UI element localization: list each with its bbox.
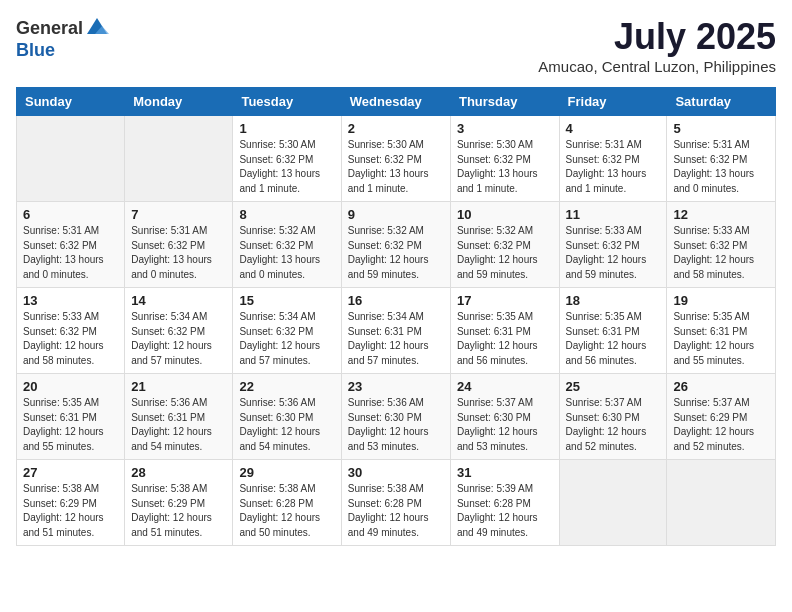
day-number: 1 [239,121,334,136]
day-info: Sunrise: 5:31 AM Sunset: 6:32 PM Dayligh… [23,224,118,282]
day-number: 13 [23,293,118,308]
day-info: Sunrise: 5:30 AM Sunset: 6:32 PM Dayligh… [239,138,334,196]
day-info: Sunrise: 5:35 AM Sunset: 6:31 PM Dayligh… [566,310,661,368]
calendar-cell: 28Sunrise: 5:38 AM Sunset: 6:29 PM Dayli… [125,460,233,546]
day-number: 19 [673,293,769,308]
calendar-cell: 3Sunrise: 5:30 AM Sunset: 6:32 PM Daylig… [450,116,559,202]
day-info: Sunrise: 5:31 AM Sunset: 6:32 PM Dayligh… [673,138,769,196]
day-number: 4 [566,121,661,136]
day-info: Sunrise: 5:31 AM Sunset: 6:32 PM Dayligh… [566,138,661,196]
day-number: 31 [457,465,553,480]
day-info: Sunrise: 5:30 AM Sunset: 6:32 PM Dayligh… [348,138,444,196]
calendar-header-row: SundayMondayTuesdayWednesdayThursdayFrid… [17,88,776,116]
day-number: 7 [131,207,226,222]
calendar-header-friday: Friday [559,88,667,116]
calendar-cell: 19Sunrise: 5:35 AM Sunset: 6:31 PM Dayli… [667,288,776,374]
calendar-cell: 26Sunrise: 5:37 AM Sunset: 6:29 PM Dayli… [667,374,776,460]
calendar-cell: 8Sunrise: 5:32 AM Sunset: 6:32 PM Daylig… [233,202,341,288]
day-info: Sunrise: 5:33 AM Sunset: 6:32 PM Dayligh… [566,224,661,282]
day-info: Sunrise: 5:32 AM Sunset: 6:32 PM Dayligh… [348,224,444,282]
day-info: Sunrise: 5:32 AM Sunset: 6:32 PM Dayligh… [239,224,334,282]
calendar-cell [559,460,667,546]
calendar-cell: 23Sunrise: 5:36 AM Sunset: 6:30 PM Dayli… [341,374,450,460]
calendar-cell: 13Sunrise: 5:33 AM Sunset: 6:32 PM Dayli… [17,288,125,374]
calendar-cell: 30Sunrise: 5:38 AM Sunset: 6:28 PM Dayli… [341,460,450,546]
calendar-week-row-3: 13Sunrise: 5:33 AM Sunset: 6:32 PM Dayli… [17,288,776,374]
logo-blue: Blue [16,40,55,60]
calendar-week-row-4: 20Sunrise: 5:35 AM Sunset: 6:31 PM Dayli… [17,374,776,460]
day-info: Sunrise: 5:35 AM Sunset: 6:31 PM Dayligh… [23,396,118,454]
calendar-cell: 29Sunrise: 5:38 AM Sunset: 6:28 PM Dayli… [233,460,341,546]
calendar-week-row-2: 6Sunrise: 5:31 AM Sunset: 6:32 PM Daylig… [17,202,776,288]
day-info: Sunrise: 5:35 AM Sunset: 6:31 PM Dayligh… [673,310,769,368]
day-number: 2 [348,121,444,136]
day-number: 28 [131,465,226,480]
calendar-cell: 12Sunrise: 5:33 AM Sunset: 6:32 PM Dayli… [667,202,776,288]
title-section: July 2025 Amucao, Central Luzon, Philipp… [538,16,776,75]
calendar-header-saturday: Saturday [667,88,776,116]
calendar-cell: 22Sunrise: 5:36 AM Sunset: 6:30 PM Dayli… [233,374,341,460]
day-info: Sunrise: 5:37 AM Sunset: 6:30 PM Dayligh… [457,396,553,454]
day-info: Sunrise: 5:34 AM Sunset: 6:32 PM Dayligh… [131,310,226,368]
location-subtitle: Amucao, Central Luzon, Philippines [538,58,776,75]
calendar-cell: 6Sunrise: 5:31 AM Sunset: 6:32 PM Daylig… [17,202,125,288]
calendar-cell: 31Sunrise: 5:39 AM Sunset: 6:28 PM Dayli… [450,460,559,546]
calendar-header-wednesday: Wednesday [341,88,450,116]
day-info: Sunrise: 5:36 AM Sunset: 6:30 PM Dayligh… [239,396,334,454]
calendar-cell: 15Sunrise: 5:34 AM Sunset: 6:32 PM Dayli… [233,288,341,374]
calendar-cell: 4Sunrise: 5:31 AM Sunset: 6:32 PM Daylig… [559,116,667,202]
calendar-cell: 20Sunrise: 5:35 AM Sunset: 6:31 PM Dayli… [17,374,125,460]
day-info: Sunrise: 5:34 AM Sunset: 6:32 PM Dayligh… [239,310,334,368]
calendar-cell [125,116,233,202]
day-number: 5 [673,121,769,136]
calendar-header-sunday: Sunday [17,88,125,116]
day-number: 27 [23,465,118,480]
day-number: 3 [457,121,553,136]
calendar-cell: 11Sunrise: 5:33 AM Sunset: 6:32 PM Dayli… [559,202,667,288]
calendar-cell: 16Sunrise: 5:34 AM Sunset: 6:31 PM Dayli… [341,288,450,374]
day-number: 8 [239,207,334,222]
calendar-cell: 18Sunrise: 5:35 AM Sunset: 6:31 PM Dayli… [559,288,667,374]
day-number: 20 [23,379,118,394]
calendar-cell: 14Sunrise: 5:34 AM Sunset: 6:32 PM Dayli… [125,288,233,374]
day-number: 11 [566,207,661,222]
day-number: 17 [457,293,553,308]
month-year-title: July 2025 [538,16,776,58]
day-info: Sunrise: 5:39 AM Sunset: 6:28 PM Dayligh… [457,482,553,540]
day-number: 18 [566,293,661,308]
day-info: Sunrise: 5:33 AM Sunset: 6:32 PM Dayligh… [23,310,118,368]
day-number: 9 [348,207,444,222]
day-info: Sunrise: 5:36 AM Sunset: 6:30 PM Dayligh… [348,396,444,454]
calendar-cell [667,460,776,546]
logo-icon [85,16,109,40]
calendar-cell: 25Sunrise: 5:37 AM Sunset: 6:30 PM Dayli… [559,374,667,460]
calendar-cell: 9Sunrise: 5:32 AM Sunset: 6:32 PM Daylig… [341,202,450,288]
calendar-cell: 10Sunrise: 5:32 AM Sunset: 6:32 PM Dayli… [450,202,559,288]
day-info: Sunrise: 5:31 AM Sunset: 6:32 PM Dayligh… [131,224,226,282]
day-number: 29 [239,465,334,480]
day-info: Sunrise: 5:33 AM Sunset: 6:32 PM Dayligh… [673,224,769,282]
day-info: Sunrise: 5:38 AM Sunset: 6:28 PM Dayligh… [348,482,444,540]
day-info: Sunrise: 5:38 AM Sunset: 6:28 PM Dayligh… [239,482,334,540]
day-info: Sunrise: 5:37 AM Sunset: 6:29 PM Dayligh… [673,396,769,454]
day-number: 25 [566,379,661,394]
calendar-cell: 17Sunrise: 5:35 AM Sunset: 6:31 PM Dayli… [450,288,559,374]
calendar-table: SundayMondayTuesdayWednesdayThursdayFrid… [16,87,776,546]
day-info: Sunrise: 5:35 AM Sunset: 6:31 PM Dayligh… [457,310,553,368]
calendar-cell: 24Sunrise: 5:37 AM Sunset: 6:30 PM Dayli… [450,374,559,460]
calendar-cell: 21Sunrise: 5:36 AM Sunset: 6:31 PM Dayli… [125,374,233,460]
day-number: 12 [673,207,769,222]
calendar-cell [17,116,125,202]
logo-general: General [16,18,83,39]
day-number: 21 [131,379,226,394]
day-number: 24 [457,379,553,394]
day-number: 14 [131,293,226,308]
calendar-header-monday: Monday [125,88,233,116]
day-number: 6 [23,207,118,222]
day-info: Sunrise: 5:38 AM Sunset: 6:29 PM Dayligh… [23,482,118,540]
calendar-cell: 5Sunrise: 5:31 AM Sunset: 6:32 PM Daylig… [667,116,776,202]
day-number: 22 [239,379,334,394]
day-info: Sunrise: 5:36 AM Sunset: 6:31 PM Dayligh… [131,396,226,454]
page-header: General Blue July 2025 Amucao, Central L… [16,16,776,75]
calendar-header-thursday: Thursday [450,88,559,116]
